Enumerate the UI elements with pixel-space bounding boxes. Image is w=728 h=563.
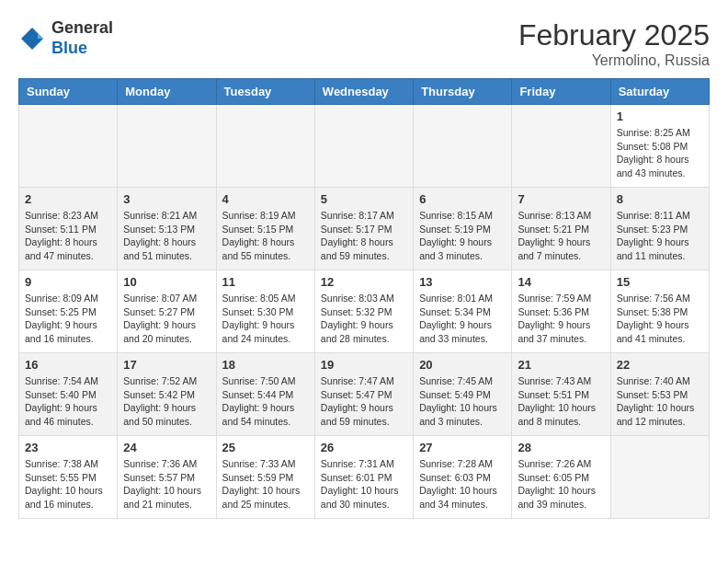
day-info: Sunrise: 8:11 AM Sunset: 5:23 PM Dayligh… bbox=[617, 209, 703, 263]
day-info: Sunrise: 8:21 AM Sunset: 5:13 PM Dayligh… bbox=[123, 209, 210, 263]
calendar-cell bbox=[414, 105, 512, 188]
day-number: 20 bbox=[419, 358, 506, 372]
weekday-header-friday: Friday bbox=[512, 79, 610, 105]
calendar-cell: 25Sunrise: 7:33 AM Sunset: 5:59 PM Dayli… bbox=[216, 436, 314, 519]
calendar-cell: 17Sunrise: 7:52 AM Sunset: 5:42 PM Dayli… bbox=[118, 353, 216, 436]
day-info: Sunrise: 7:36 AM Sunset: 5:57 PM Dayligh… bbox=[123, 457, 210, 511]
day-number: 25 bbox=[222, 441, 309, 454]
day-number: 13 bbox=[419, 275, 506, 289]
calendar-cell bbox=[610, 436, 709, 519]
day-number: 8 bbox=[617, 192, 703, 206]
day-number: 3 bbox=[123, 192, 210, 206]
calendar-week-2: 2Sunrise: 8:23 AM Sunset: 5:11 PM Daylig… bbox=[19, 188, 710, 270]
calendar-cell: 9Sunrise: 8:09 AM Sunset: 5:25 PM Daylig… bbox=[19, 270, 118, 353]
calendar-cell: 18Sunrise: 7:50 AM Sunset: 5:44 PM Dayli… bbox=[216, 353, 314, 436]
calendar-cell: 5Sunrise: 8:17 AM Sunset: 5:17 PM Daylig… bbox=[314, 188, 413, 270]
day-info: Sunrise: 7:28 AM Sunset: 6:03 PM Dayligh… bbox=[419, 457, 506, 511]
day-info: Sunrise: 8:03 AM Sunset: 5:32 PM Dayligh… bbox=[321, 292, 407, 346]
calendar-cell: 22Sunrise: 7:40 AM Sunset: 5:53 PM Dayli… bbox=[610, 353, 709, 436]
day-number: 7 bbox=[518, 192, 604, 206]
day-info: Sunrise: 7:59 AM Sunset: 5:36 PM Dayligh… bbox=[518, 292, 604, 346]
day-number: 19 bbox=[321, 358, 407, 372]
day-info: Sunrise: 8:13 AM Sunset: 5:21 PM Dayligh… bbox=[518, 209, 604, 263]
day-info: Sunrise: 8:23 AM Sunset: 5:11 PM Dayligh… bbox=[25, 209, 111, 263]
day-number: 2 bbox=[25, 192, 111, 206]
day-info: Sunrise: 7:52 AM Sunset: 5:42 PM Dayligh… bbox=[123, 374, 210, 429]
calendar-cell: 24Sunrise: 7:36 AM Sunset: 5:57 PM Dayli… bbox=[118, 436, 216, 519]
calendar-week-3: 9Sunrise: 8:09 AM Sunset: 5:25 PM Daylig… bbox=[19, 270, 710, 353]
weekday-header-wednesday: Wednesday bbox=[314, 79, 413, 105]
calendar-cell: 14Sunrise: 7:59 AM Sunset: 5:36 PM Dayli… bbox=[512, 270, 610, 353]
day-info: Sunrise: 8:09 AM Sunset: 5:25 PM Dayligh… bbox=[25, 292, 111, 346]
logo: General Blue bbox=[18, 18, 113, 58]
location-title: Yermolino, Russia bbox=[518, 52, 710, 69]
calendar-cell: 6Sunrise: 8:15 AM Sunset: 5:19 PM Daylig… bbox=[414, 188, 512, 270]
day-number: 11 bbox=[222, 275, 309, 289]
day-number: 4 bbox=[222, 192, 309, 206]
day-number: 16 bbox=[25, 358, 111, 372]
day-number: 26 bbox=[321, 441, 407, 454]
day-info: Sunrise: 7:50 AM Sunset: 5:44 PM Dayligh… bbox=[222, 374, 309, 429]
calendar-cell bbox=[314, 105, 413, 188]
weekday-header-tuesday: Tuesday bbox=[216, 79, 314, 105]
day-number: 28 bbox=[518, 441, 604, 454]
day-info: Sunrise: 7:26 AM Sunset: 6:05 PM Dayligh… bbox=[518, 457, 604, 511]
logo-text: General Blue bbox=[51, 18, 113, 58]
calendar-cell: 3Sunrise: 8:21 AM Sunset: 5:13 PM Daylig… bbox=[118, 188, 216, 270]
day-info: Sunrise: 7:56 AM Sunset: 5:38 PM Dayligh… bbox=[617, 292, 703, 346]
day-info: Sunrise: 7:45 AM Sunset: 5:49 PM Dayligh… bbox=[419, 374, 506, 429]
day-info: Sunrise: 8:19 AM Sunset: 5:15 PM Dayligh… bbox=[222, 209, 309, 263]
calendar-cell bbox=[118, 105, 216, 188]
calendar-cell: 16Sunrise: 7:54 AM Sunset: 5:40 PM Dayli… bbox=[19, 353, 118, 436]
day-number: 10 bbox=[123, 275, 210, 289]
calendar-cell: 15Sunrise: 7:56 AM Sunset: 5:38 PM Dayli… bbox=[610, 270, 709, 353]
calendar-cell bbox=[216, 105, 314, 188]
calendar-cell: 4Sunrise: 8:19 AM Sunset: 5:15 PM Daylig… bbox=[216, 188, 314, 270]
calendar-cell bbox=[512, 105, 610, 188]
calendar-cell: 11Sunrise: 8:05 AM Sunset: 5:30 PM Dayli… bbox=[216, 270, 314, 353]
calendar-cell: 12Sunrise: 8:03 AM Sunset: 5:32 PM Dayli… bbox=[314, 270, 413, 353]
calendar-week-5: 23Sunrise: 7:38 AM Sunset: 5:55 PM Dayli… bbox=[19, 436, 710, 519]
day-info: Sunrise: 7:38 AM Sunset: 5:55 PM Dayligh… bbox=[25, 457, 111, 511]
weekday-header-row: SundayMondayTuesdayWednesdayThursdayFrid… bbox=[19, 79, 710, 105]
day-info: Sunrise: 7:40 AM Sunset: 5:53 PM Dayligh… bbox=[617, 374, 703, 429]
day-number: 9 bbox=[25, 275, 111, 289]
day-info: Sunrise: 8:05 AM Sunset: 5:30 PM Dayligh… bbox=[222, 292, 309, 346]
day-info: Sunrise: 8:15 AM Sunset: 5:19 PM Dayligh… bbox=[419, 209, 506, 263]
day-number: 14 bbox=[518, 275, 604, 289]
day-info: Sunrise: 7:31 AM Sunset: 6:01 PM Dayligh… bbox=[321, 457, 407, 511]
day-number: 12 bbox=[321, 275, 407, 289]
calendar-cell: 2Sunrise: 8:23 AM Sunset: 5:11 PM Daylig… bbox=[19, 188, 118, 270]
day-number: 6 bbox=[419, 192, 506, 206]
day-info: Sunrise: 7:33 AM Sunset: 5:59 PM Dayligh… bbox=[222, 457, 309, 511]
calendar-cell: 13Sunrise: 8:01 AM Sunset: 5:34 PM Dayli… bbox=[414, 270, 512, 353]
day-info: Sunrise: 7:54 AM Sunset: 5:40 PM Dayligh… bbox=[25, 374, 111, 429]
calendar-cell: 21Sunrise: 7:43 AM Sunset: 5:51 PM Dayli… bbox=[512, 353, 610, 436]
calendar-cell: 8Sunrise: 8:11 AM Sunset: 5:23 PM Daylig… bbox=[610, 188, 709, 270]
weekday-header-thursday: Thursday bbox=[414, 79, 512, 105]
day-info: Sunrise: 8:17 AM Sunset: 5:17 PM Dayligh… bbox=[321, 209, 407, 263]
month-title: February 2025 bbox=[518, 18, 710, 52]
day-number: 22 bbox=[617, 358, 703, 372]
calendar: SundayMondayTuesdayWednesdayThursdayFrid… bbox=[18, 78, 710, 519]
page-header: General Blue February 2025 Yermolino, Ru… bbox=[18, 18, 710, 69]
calendar-cell: 27Sunrise: 7:28 AM Sunset: 6:03 PM Dayli… bbox=[414, 436, 512, 519]
calendar-week-4: 16Sunrise: 7:54 AM Sunset: 5:40 PM Dayli… bbox=[19, 353, 710, 436]
day-number: 24 bbox=[123, 441, 210, 454]
day-number: 21 bbox=[518, 358, 604, 372]
calendar-cell: 28Sunrise: 7:26 AM Sunset: 6:05 PM Dayli… bbox=[512, 436, 610, 519]
calendar-cell: 10Sunrise: 8:07 AM Sunset: 5:27 PM Dayli… bbox=[118, 270, 216, 353]
weekday-header-sunday: Sunday bbox=[19, 79, 118, 105]
day-number: 18 bbox=[222, 358, 309, 372]
calendar-week-1: 1Sunrise: 8:25 AM Sunset: 5:08 PM Daylig… bbox=[19, 105, 710, 188]
calendar-cell: 23Sunrise: 7:38 AM Sunset: 5:55 PM Dayli… bbox=[19, 436, 118, 519]
day-number: 1 bbox=[617, 109, 703, 123]
calendar-cell: 26Sunrise: 7:31 AM Sunset: 6:01 PM Dayli… bbox=[314, 436, 413, 519]
day-info: Sunrise: 8:07 AM Sunset: 5:27 PM Dayligh… bbox=[123, 292, 210, 346]
calendar-cell: 19Sunrise: 7:47 AM Sunset: 5:47 PM Dayli… bbox=[314, 353, 413, 436]
day-number: 5 bbox=[321, 192, 407, 206]
day-info: Sunrise: 8:25 AM Sunset: 5:08 PM Dayligh… bbox=[617, 126, 703, 180]
day-number: 23 bbox=[25, 441, 111, 454]
calendar-cell: 7Sunrise: 8:13 AM Sunset: 5:21 PM Daylig… bbox=[512, 188, 610, 270]
weekday-header-saturday: Saturday bbox=[610, 79, 709, 105]
